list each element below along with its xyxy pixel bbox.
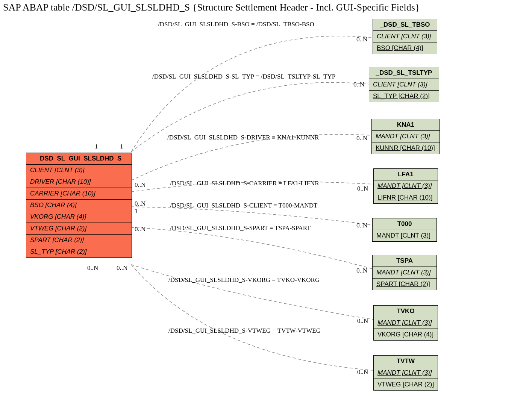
entity-tbso: _DSD_SL_TBSO CLIENT [CLNT (3)] BSO [CHAR… xyxy=(373,19,437,54)
entity-field: MANDT [CLNT (3)] xyxy=(373,230,437,241)
entity-kna1: KNA1 MANDT [CLNT (3)] KUNNR [CHAR (10)] xyxy=(371,119,440,154)
cardinality-label: 1 xyxy=(95,143,98,150)
entity-tvko: TVKO MANDT [CLNT (3)] VKORG [CHAR (4)] xyxy=(373,305,438,341)
entity-field: KUNNR [CHAR (10)] xyxy=(372,142,440,154)
relationship-label: /DSD/SL_GUI_SLSLDHD_S-BSO = /DSD/SL_TBSO… xyxy=(158,21,314,28)
entity-field: SL_TYP [CHAR (2)] xyxy=(369,91,439,102)
relationship-label: /DSD/SL_GUI_SLSLDHD_S-CLIENT = T000-MAND… xyxy=(170,202,317,209)
entity-field: MANDT [CLNT (3)] xyxy=(374,367,438,379)
cardinality-label: 0..N xyxy=(353,81,364,88)
cardinality-label: 0..N xyxy=(357,317,368,325)
entity-field: BSO [CHAR (4)] xyxy=(373,42,437,54)
entity-tsltyp: _DSD_SL_TSLTYP CLIENT [CLNT (3)] SL_TYP … xyxy=(369,67,439,102)
entity-field: CLIENT [CLNT (3)] xyxy=(26,165,132,176)
entity-header: T000 xyxy=(373,218,437,230)
entity-lfa1: LFA1 MANDT [CLNT (3)] LIFNR [CHAR (10)] xyxy=(373,168,438,204)
entity-field: SPART [CHAR (2)] xyxy=(373,279,437,290)
entity-field: CLIENT [CLNT (3)] xyxy=(373,31,437,42)
entity-header: TVKO xyxy=(374,306,438,317)
cardinality-label: 0..N xyxy=(357,185,368,192)
relationship-label: /DSD/SL_GUI_SLSLDHD_S-DRIVER = KNA1-KUNN… xyxy=(167,134,319,141)
entity-header: _DSD_SL_TBSO xyxy=(373,19,437,31)
cardinality-label: 0..N xyxy=(356,267,367,274)
entity-header: LFA1 xyxy=(374,169,438,180)
cardinality-label: 1 xyxy=(120,143,123,150)
cardinality-label: 0..N xyxy=(135,181,146,189)
entity-t000: T000 MANDT [CLNT (3)] xyxy=(372,218,437,242)
cardinality-label: 0..N xyxy=(135,226,146,233)
entity-field: SPART [CHAR (2)] xyxy=(26,235,132,246)
cardinality-label: 0..N xyxy=(135,200,146,208)
cardinality-label: 0..N xyxy=(87,264,98,272)
entity-field: VTWEG [CHAR (2)] xyxy=(374,379,438,390)
cardinality-label: 1 xyxy=(135,208,138,215)
cardinality-label: 0..N xyxy=(356,222,367,229)
entity-field: VKORG [CHAR (4)] xyxy=(26,211,132,223)
entity-field: MANDT [CLNT (3)] xyxy=(374,180,438,192)
relationship-label: /DSD/SL_GUI_SLSLDHD_S-SPART = TSPA-SPART xyxy=(170,224,311,232)
entity-field: MANDT [CLNT (3)] xyxy=(374,317,438,329)
cardinality-label: 0..N xyxy=(356,135,367,142)
entity-field: MANDT [CLNT (3)] xyxy=(372,131,440,142)
entity-field: SL_TYP [CHAR (2)] xyxy=(26,246,132,257)
relationship-label: /DSD/SL_GUI_SLSLDHD_S-CARRIER = LFA1-LIF… xyxy=(170,180,319,187)
cardinality-label: 0..N xyxy=(357,368,368,376)
entity-field: LIFNR [CHAR (10)] xyxy=(374,192,438,203)
entity-header: TVTW xyxy=(374,356,438,367)
relationship-label: /DSD/SL_GUI_SLSLDHD_S-SL_TYP = /DSD/SL_T… xyxy=(152,73,335,80)
entity-tspa: TSPA MANDT [CLNT (3)] SPART [CHAR (2)] xyxy=(372,255,437,290)
entity-field: VKORG [CHAR (4)] xyxy=(374,329,438,340)
entity-field: CLIENT [CLNT (3)] xyxy=(369,79,439,91)
entity-field: DRIVER [CHAR (10)] xyxy=(26,176,132,188)
relationship-label: /DSD/SL_GUI_SLSLDHD_S-VKORG = TVKO-VKORG xyxy=(168,276,320,284)
cardinality-label: 0..N xyxy=(117,264,127,272)
entity-header: KNA1 xyxy=(372,119,440,131)
entity-main: _DSD_SL_GUI_SLSLDHD_S CLIENT [CLNT (3)] … xyxy=(26,153,132,258)
entity-field: MANDT [CLNT (3)] xyxy=(373,267,437,279)
relationship-label: /DSD/SL_GUI_SLSLDHD_S-VTWEG = TVTW-VTWEG xyxy=(168,327,321,335)
entity-header: _DSD_SL_TSLTYP xyxy=(369,67,439,79)
entity-field: CARRIER [CHAR (10)] xyxy=(26,188,132,200)
entity-tvtw: TVTW MANDT [CLNT (3)] VTWEG [CHAR (2)] xyxy=(373,355,438,391)
entity-field: BSO [CHAR (4)] xyxy=(26,200,132,211)
entity-header: TSPA xyxy=(373,255,437,267)
cardinality-label: 0..N xyxy=(356,36,367,43)
entity-field: VTWEG [CHAR (2)] xyxy=(26,223,132,235)
entity-header: _DSD_SL_GUI_SLSLDHD_S xyxy=(26,153,132,165)
